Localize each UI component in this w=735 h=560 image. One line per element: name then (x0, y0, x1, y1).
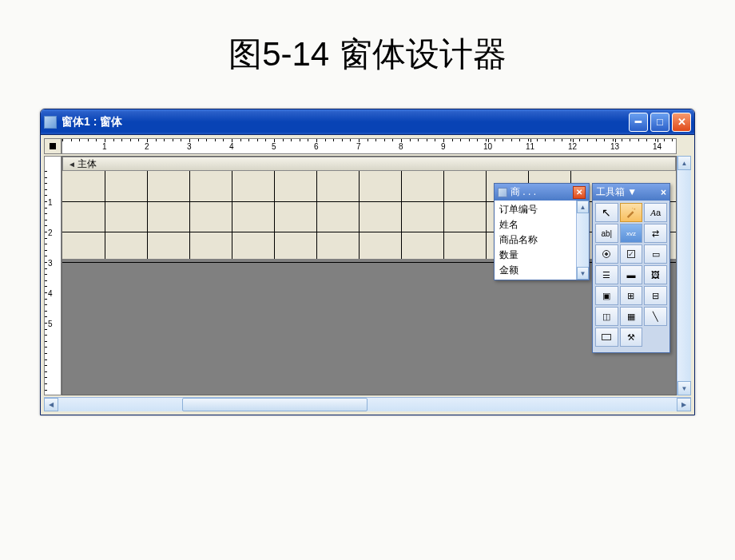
tool-wizard[interactable] (620, 203, 643, 222)
tool-label[interactable]: Aa (644, 203, 667, 222)
h-scroll-track[interactable] (58, 398, 677, 411)
tool-blue-box[interactable]: xvz (620, 224, 643, 243)
field-item-3[interactable]: 数量 (495, 248, 576, 263)
ruler-tick: 3 (187, 142, 192, 151)
ruler-tick: 4 (229, 142, 234, 151)
v-ruler-tick: 3 (48, 259, 53, 268)
tool-textbox[interactable]: ab| (595, 224, 618, 243)
toolbox-title: 工具箱 ▼ (596, 185, 637, 199)
tool-listbox[interactable]: ☰ (595, 265, 618, 284)
toolbox-close-button[interactable]: × (661, 187, 666, 198)
ruler-tick: 13 (610, 142, 619, 151)
ruler-tick: 14 (653, 142, 662, 151)
tool-rectangle[interactable] (595, 328, 618, 347)
field-list-header[interactable]: 商 . . . ✕ (495, 184, 589, 201)
tool-line[interactable]: ╲ (644, 307, 667, 326)
detail-section-header[interactable]: 主体 (62, 157, 676, 171)
tool-pagebreak[interactable]: ⊟ (644, 286, 667, 305)
field-scroll-down[interactable]: ▼ (577, 267, 589, 280)
close-button[interactable]: ✕ (672, 113, 691, 132)
maximize-button[interactable]: □ (650, 113, 669, 132)
field-item-0[interactable]: 订单编号 (495, 202, 576, 217)
ruler-tick: 2 (145, 142, 149, 151)
field-list[interactable]: 订单编号姓名商品名称数量金额 (495, 201, 576, 280)
tool-toggle[interactable]: ⇄ (644, 224, 667, 243)
titlebar[interactable]: 窗体1 : 窗体 ━ □ ✕ (41, 109, 694, 135)
field-list-title: 商 . . . (511, 185, 536, 199)
v-ruler-tick: 4 (48, 289, 53, 298)
scroll-left-button[interactable]: ◀ (44, 398, 58, 411)
field-list-panel[interactable]: 商 . . . ✕ 订单编号姓名商品名称数量金额 ▲ ▼ (494, 183, 590, 280)
ruler-tick: 6 (314, 142, 319, 151)
scroll-up-button[interactable]: ▲ (677, 156, 691, 170)
v-ruler-tick: 2 (48, 228, 53, 237)
tool-option[interactable] (595, 244, 618, 264)
tool-pointer[interactable]: ↖ (595, 203, 618, 222)
field-item-2[interactable]: 商品名称 (495, 232, 576, 248)
toolbox-panel[interactable]: 工具箱 ▼ × ↖Aaab|xvz⇄✓▭☰▬🖼▣⊞⊟◫▦╲⚒ (592, 183, 670, 353)
ruler-tick: 11 (526, 142, 534, 151)
ruler-tick: 8 (399, 142, 403, 151)
detail-section-label: 主体 (77, 157, 97, 171)
field-item-4[interactable]: 金额 (495, 263, 576, 278)
toolbox-header[interactable]: 工具箱 ▼ × (593, 184, 669, 201)
scroll-track[interactable] (677, 170, 691, 381)
tool-image[interactable]: 🖼 (644, 265, 667, 284)
toolbox-grid: ↖Aaab|xvz⇄✓▭☰▬🖼▣⊞⊟◫▦╲⚒ (593, 201, 669, 349)
scroll-down-button[interactable]: ▼ (677, 381, 691, 395)
vertical-scrollbar[interactable]: ▲ ▼ (677, 156, 691, 395)
ruler-tick: 7 (356, 142, 361, 151)
tool-subform[interactable]: ▦ (620, 307, 643, 326)
minimize-button[interactable]: ━ (629, 113, 648, 132)
ruler-tick: 12 (568, 142, 577, 151)
field-list-close-button[interactable]: ✕ (573, 186, 586, 199)
field-scroll-up[interactable]: ▲ (577, 201, 589, 213)
ruler-tick: 9 (441, 142, 446, 151)
tool-bound[interactable]: ⊞ (620, 286, 643, 305)
horizontal-scrollbar[interactable]: ◀ ▶ (44, 397, 691, 411)
horizontal-ruler[interactable]: 1234567891011121314 (62, 138, 677, 154)
svg-point-0 (634, 209, 635, 210)
svg-point-1 (632, 208, 633, 209)
scroll-right-button[interactable]: ▶ (677, 398, 691, 411)
window-title: 窗体1 : 窗体 (62, 115, 629, 129)
v-ruler-tick: 1 (48, 198, 53, 207)
figure-title: 图5-14 窗体设计器 (40, 32, 695, 77)
v-ruler-tick: 5 (48, 320, 53, 328)
ruler-corner[interactable] (44, 138, 62, 154)
tool-checkbox[interactable]: ✓ (620, 244, 643, 264)
tool-unbound[interactable]: ▣ (595, 286, 618, 305)
form-icon (44, 116, 57, 129)
tool-tab[interactable]: ◫ (595, 307, 618, 326)
vertical-ruler[interactable]: 12345 (44, 156, 62, 395)
tool-combo[interactable]: ▭ (644, 244, 667, 264)
field-item-1[interactable]: 姓名 (495, 217, 576, 232)
field-list-scrollbar[interactable]: ▲ ▼ (576, 201, 589, 280)
ruler-tick: 5 (272, 142, 276, 151)
field-list-icon (498, 188, 507, 197)
h-scroll-thumb[interactable] (182, 398, 368, 411)
tool-more[interactable]: ⚒ (620, 328, 643, 347)
form-designer-window: 窗体1 : 窗体 ━ □ ✕ 1234567891011121314 12345… (40, 109, 695, 415)
ruler-tick: 1 (102, 142, 107, 151)
tool-button[interactable]: ▬ (620, 265, 643, 284)
ruler-tick: 10 (483, 142, 492, 151)
